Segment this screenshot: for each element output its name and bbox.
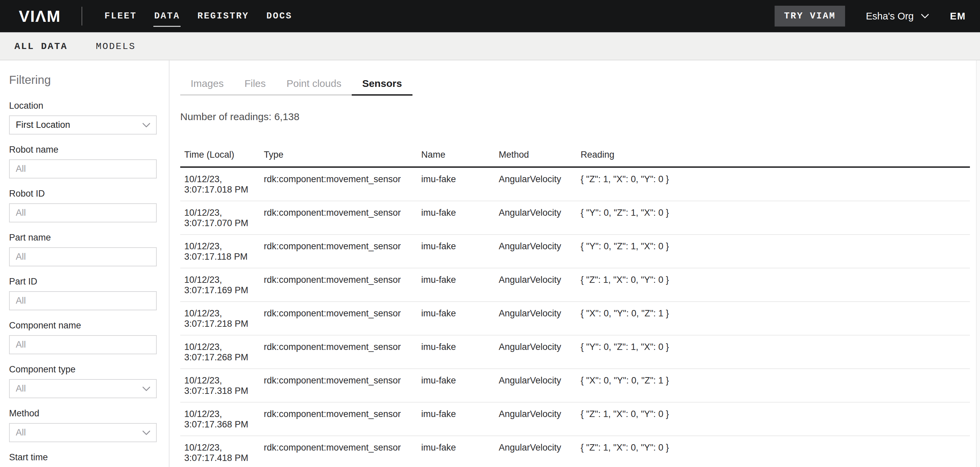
column-header: Method [499, 140, 581, 167]
cell-name: imu-fake [421, 436, 499, 467]
cell-reading: { "Z": 1, "X": 0, "Y": 0 } [581, 167, 970, 201]
field-label: Part ID [9, 276, 157, 286]
data-type-tab[interactable]: Sensors [352, 78, 412, 95]
field-label: Component type [9, 364, 157, 375]
field-label: Method [9, 408, 157, 418]
viam-logo[interactable]: VIΛM [19, 7, 61, 25]
field-label: Part name [9, 232, 157, 243]
cell-reading: { "Y": 0, "Z": 1, "X": 0 } [581, 235, 970, 268]
nav-link[interactable]: DATA [154, 11, 180, 21]
table-row: 10/12/23, 3:07:17.418 PM rdk:component:m… [180, 436, 970, 467]
chevron-down-icon [921, 13, 929, 19]
cell-type: rdk:component:movement_sensor [264, 402, 421, 436]
cell-type: rdk:component:movement_sensor [264, 302, 421, 335]
data-main-panel: Images Files Point clouds Sensors Number… [170, 60, 976, 467]
cell-reading: { "Y": 0, "Z": 1, "X": 0 } [581, 335, 970, 369]
table-row: 10/12/23, 3:07:17.218 PM rdk:component:m… [180, 302, 970, 335]
filter-field: Location First Location [9, 101, 157, 135]
cell-type: rdk:component:movement_sensor [264, 235, 421, 268]
sidebar-title: Filtering [9, 73, 157, 87]
data-sub-nav: ALL DATA MODELS [0, 32, 980, 60]
field-label: Location [9, 101, 157, 111]
vertical-scrollbar[interactable] [976, 60, 980, 467]
cell-method: AngularVelocity [499, 235, 581, 268]
field-input[interactable]: First Location [9, 115, 157, 135]
field-input[interactable]: All [9, 203, 157, 222]
cell-reading: { "X": 0, "Y": 0, "Z": 1 } [581, 302, 970, 335]
avatar[interactable]: EM [950, 11, 966, 22]
data-type-tabs: Images Files Point clouds Sensors [180, 78, 412, 95]
cell-method: AngularVelocity [499, 268, 581, 302]
subnav-tab[interactable]: ALL DATA [14, 41, 67, 52]
try-viam-button[interactable]: TRY VIAM [775, 6, 845, 27]
table-row: 10/12/23, 3:07:17.368 PM rdk:component:m… [180, 402, 970, 436]
table-row: 10/12/23, 3:07:17.118 PM rdk:component:m… [180, 235, 970, 268]
cell-time: 10/12/23, 3:07:17.268 PM [180, 335, 264, 369]
cell-reading: { "Z": 1, "X": 0, "Y": 0 } [581, 268, 970, 302]
chevron-down-icon [142, 430, 151, 435]
top-nav-right: TRY VIAM Esha's Org EM [775, 6, 966, 27]
nav-link[interactable]: DOCS [266, 11, 292, 21]
cell-time: 10/12/23, 3:07:17.018 PM [180, 167, 264, 201]
cell-name: imu-fake [421, 302, 499, 335]
table-row: 10/12/23, 3:07:17.169 PM rdk:component:m… [180, 268, 970, 302]
data-type-tab[interactable]: Files [234, 78, 276, 95]
cell-type: rdk:component:movement_sensor [264, 268, 421, 302]
org-name: Esha's Org [866, 11, 914, 22]
sensor-readings-table: Time (Local) Type Name Method Reading 10… [180, 140, 970, 467]
primary-nav: FLEET DATA REGISTRY DOCS [104, 11, 292, 21]
field-label: Robot name [9, 145, 157, 155]
cell-method: AngularVelocity [499, 436, 581, 467]
org-selector[interactable]: Esha's Org [866, 11, 929, 22]
cell-name: imu-fake [421, 402, 499, 436]
column-header: Time (Local) [180, 140, 264, 167]
filter-field: Robot ID All [9, 189, 157, 222]
data-type-tab[interactable]: Images [180, 78, 234, 95]
cell-name: imu-fake [421, 167, 499, 201]
nav-divider [81, 7, 82, 25]
nav-link[interactable]: REGISTRY [197, 11, 249, 21]
nav-link[interactable]: FLEET [104, 11, 137, 21]
field-input[interactable]: All [9, 423, 157, 442]
table-row: 10/12/23, 3:07:17.268 PM rdk:component:m… [180, 335, 970, 369]
cell-name: imu-fake [421, 369, 499, 402]
field-input[interactable]: All [9, 159, 157, 178]
cell-method: AngularVelocity [499, 302, 581, 335]
subnav-tab[interactable]: MODELS [95, 41, 135, 52]
cell-method: AngularVelocity [499, 167, 581, 201]
cell-method: AngularVelocity [499, 369, 581, 402]
table-row: 10/12/23, 3:07:17.018 PM rdk:component:m… [180, 167, 970, 201]
cell-method: AngularVelocity [499, 201, 581, 235]
filter-field: Robot name All [9, 145, 157, 178]
cell-type: rdk:component:movement_sensor [264, 436, 421, 467]
cell-reading: { "X": 0, "Y": 0, "Z": 1 } [581, 369, 970, 402]
column-header: Name [421, 140, 499, 167]
cell-time: 10/12/23, 3:07:17.218 PM [180, 302, 264, 335]
filter-field: Start time 10/12/2023 [9, 452, 157, 467]
cell-name: imu-fake [421, 268, 499, 302]
cell-type: rdk:component:movement_sensor [264, 167, 421, 201]
chevron-down-icon [142, 122, 151, 128]
filter-field: Component type All [9, 364, 157, 398]
data-type-tab[interactable]: Point clouds [276, 78, 352, 95]
cell-name: imu-fake [421, 235, 499, 268]
cell-name: imu-fake [421, 335, 499, 369]
top-nav-bar: VIΛM FLEET DATA REGISTRY DOCS TRY VIAM E… [0, 0, 980, 32]
filter-field: Method All [9, 408, 157, 442]
field-label: Component name [9, 320, 157, 330]
cell-reading: { "Y": 0, "Z": 1, "X": 0 } [581, 201, 970, 235]
field-label: Robot ID [9, 189, 157, 199]
field-input[interactable]: All [9, 247, 157, 266]
field-input[interactable]: All [9, 335, 157, 354]
field-input[interactable]: All [9, 291, 157, 310]
cell-time: 10/12/23, 3:07:17.070 PM [180, 201, 264, 235]
field-input[interactable]: All [9, 379, 157, 398]
filter-sidebar: Filtering Location First Location Robot … [0, 60, 170, 467]
chevron-down-icon [142, 386, 151, 392]
table-row: 10/12/23, 3:07:17.318 PM rdk:component:m… [180, 369, 970, 402]
table-row: 10/12/23, 3:07:17.070 PM rdk:component:m… [180, 201, 970, 235]
cell-method: AngularVelocity [499, 335, 581, 369]
filter-field: Part ID All [9, 276, 157, 310]
field-label: Start time [9, 452, 157, 462]
cell-time: 10/12/23, 3:07:17.318 PM [180, 369, 264, 402]
